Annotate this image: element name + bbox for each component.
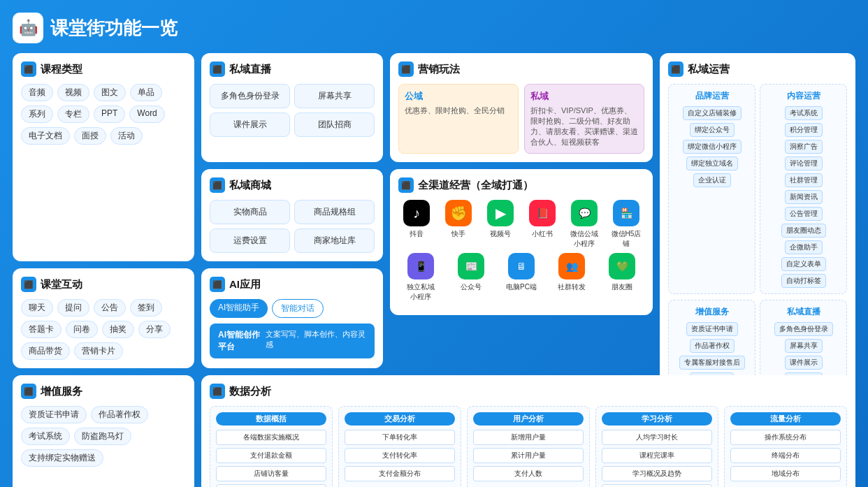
tag-offline[interactable]: 面授 [74,127,106,145]
mall-items: 实物商品 商品规格组 运费设置 商家地址库 [210,200,375,253]
interaction-card: ⬛ 课堂互动 聊天 提问 公告 签到 答题卡 问卷 抽奖 分享 商品带货 营销卡… [13,268,194,368]
ops-top-sections: 品牌运营 自定义店铺装修 绑定公众号 绑定微信小程序 绑定独立域名 企业认证 内… [668,84,847,294]
all-channel-card: ⬛ 全渠道经营（全域打通） ♪ 抖音 ✊ 快手 ▶ 视频号 📕 小红书 💬 微 [390,169,653,315]
ai-app-title: ⬛ AI应用 [210,277,375,292]
data-traffic: 流量分析 操作系统分布 终端分布 地域分布 [724,406,847,487]
value-added-card: ⬛ 增值服务 资质证书申请 作品著作权 考试系统 防盗跑马灯 支持绑定实物赠送 [13,375,194,487]
broadcast-items: 多角色身份登录 屏幕共享 课件展示 团队招商 [210,84,375,137]
data-transaction: 交易分析 下单转化率 支付转化率 支付金额分布 [338,406,461,487]
mall-freight[interactable]: 运费设置 [210,228,290,253]
data-analysis-icon: ⬛ [210,384,225,399]
main-title: 🤖 课堂街功能一览 [13,13,855,43]
channel-moments[interactable]: 💚 朋友圈 [600,253,644,302]
course-types-tags: 音频 视频 图文 单品 系列 专栏 PPT Word 电子文档 面授 活动 [21,84,186,145]
tag-audio[interactable]: 音频 [21,84,53,101]
mall-address[interactable]: 商家地址库 [294,228,375,253]
channel-pc[interactable]: 🖥 电脑PC端 [499,253,544,302]
all-channel-icon: ⬛ [398,177,414,193]
channel-mini-app[interactable]: 📱 独立私域小程序 [398,253,443,302]
private-mall-title: ⬛ 私域商城 [210,177,375,193]
marketing-icon: ⬛ [398,61,414,77]
marketing-content: 公域 优惠券、限时抢购、全民分销 私域 折扣卡、VIP/SVIP、优惠券、限时抢… [398,84,644,154]
channel-shipinhao[interactable]: ▶ 视频号 [482,200,519,249]
private-mall-card: ⬛ 私域商城 实物商品 商品规格组 运费设置 商家地址库 [201,169,383,261]
channel-row2: 📱 独立私域小程序 📰 公众号 🖥 电脑PC端 👥 社群转发 💚 朋友圈 [398,253,644,302]
marketing-title: ⬛ 营销玩法 [398,61,644,77]
channel-xiaohongshu[interactable]: 📕 小红书 [524,200,560,249]
marketing-public: 公域 优惠券、限时抢购、全民分销 [398,84,519,154]
channel-row1: ♪ 抖音 ✊ 快手 ▶ 视频号 📕 小红书 💬 微信公域小程序 🏪 微信H5店 [398,200,644,249]
all-channel-title: ⬛ 全渠道经营（全域打通） [398,177,644,193]
private-ops-title: ⬛ 私域运营 [668,61,847,77]
course-types-title: ⬛ 课程类型 [21,61,186,77]
ops-brand-section: 品牌运营 自定义店铺装修 绑定公众号 绑定微信小程序 绑定独立域名 企业认证 [668,84,755,294]
tag-word[interactable]: Word [129,106,164,123]
tag-graphic[interactable]: 图文 [94,84,126,101]
tag-activity[interactable]: 活动 [110,127,143,145]
data-sections: 数据概括 各端数据实施概况 支付退款金额 店铺访客量 店铺流量 支付人数 支付订… [210,406,847,487]
tag-edoc[interactable]: 电子文档 [21,127,70,145]
private-broadcast-title: ⬛ 私域直播 [210,61,375,77]
channel-wechat-h5[interactable]: 🏪 微信H5店铺 [608,200,644,249]
channel-gzh[interactable]: 📰 公众号 [449,253,493,302]
mall-physical[interactable]: 实物商品 [210,200,290,224]
ai-app-card: ⬛ AI应用 AI智能助手 智能对话 AI智能创作平台 文案写写、脚本创作、内容… [201,268,383,368]
course-types-icon: ⬛ [21,61,36,77]
private-ops-icon: ⬛ [668,61,683,77]
ai-app-icon: ⬛ [210,277,225,292]
tag-video[interactable]: 视频 [57,84,89,101]
marketing-card: ⬛ 营销玩法 公域 优惠券、限时抢购、全民分销 私域 折扣卡、VIP/SVIP、… [390,53,653,162]
interaction-title: ⬛ 课堂互动 [21,277,186,292]
broadcast-courseware[interactable]: 课件展示 [210,112,290,137]
value-added-tags: 资质证书申请 作品著作权 考试系统 防盗跑马灯 支持绑定实物赠送 [21,406,186,467]
ai-platform-box[interactable]: AI智能创作平台 文案写写、脚本创作、内容灵感 [210,324,375,358]
private-broadcast-card: ⬛ 私域直播 多角色身份登录 屏幕共享 课件展示 团队招商 [201,53,383,162]
tag-column[interactable]: 专栏 [57,106,89,123]
logo-icon: 🤖 [13,13,43,43]
channel-wechat-mini[interactable]: 💬 微信公域小程序 [566,200,602,249]
private-broadcast-icon: ⬛ [210,61,225,77]
data-overview: 数据概括 各端数据实施概况 支付退款金额 店铺访客量 店铺流量 支付人数 支付订… [210,406,333,487]
channel-tiktok[interactable]: ♪ 抖音 [398,200,435,249]
broadcast-screen-share[interactable]: 屏幕共享 [294,84,375,108]
ai-assistant-row: AI智能助手 智能对话 [210,299,375,318]
course-types-card: ⬛ 课程类型 音频 视频 图文 单品 系列 专栏 PPT Word 电子文档 面… [13,53,194,261]
value-added-icon: ⬛ [21,384,36,399]
channel-group[interactable]: 👥 社群转发 [549,253,594,302]
mall-spec[interactable]: 商品规格组 [294,200,375,224]
private-mall-icon: ⬛ [210,177,225,193]
broadcast-team-recruit[interactable]: 团队招商 [294,112,375,137]
ai-smart-chat-tag[interactable]: 智能对话 [272,299,324,318]
ops-content-section: 内容运营 考试系统 积分管理 洞察广告 评论管理 社群管理 新闻资讯 公告管理 … [760,84,847,294]
tag-single[interactable]: 单品 [130,84,162,101]
data-learning: 学习分析 人均学习时长 课程完课率 学习概况及趋势 学习排行榜 [595,406,718,487]
ai-assistant-tag[interactable]: AI智能助手 [210,299,268,318]
tag-ppt[interactable]: PPT [94,106,125,123]
interaction-icon: ⬛ [21,277,36,292]
channel-kuaishou[interactable]: ✊ 快手 [440,200,477,249]
value-added-title: ⬛ 增值服务 [21,384,186,399]
broadcast-multi-role[interactable]: 多角色身份登录 [210,84,290,108]
tag-series[interactable]: 系列 [21,106,53,123]
data-user: 用户分析 新增用户量 累计用户量 支付人数 [467,406,590,487]
marketing-private: 私域 折扣卡、VIP/SVIP、优惠券、限时抢购、二级分销、好友助力、请朋友看、… [524,84,644,154]
interaction-tags: 聊天 提问 公告 签到 答题卡 问卷 抽奖 分享 商品带货 营销卡片 [21,299,186,360]
data-analysis-card: ⬛ 数据分析 数据概括 各端数据实施概况 支付退款金额 店铺访客量 店铺流量 支… [201,375,855,487]
data-analysis-title: ⬛ 数据分析 [210,384,847,399]
